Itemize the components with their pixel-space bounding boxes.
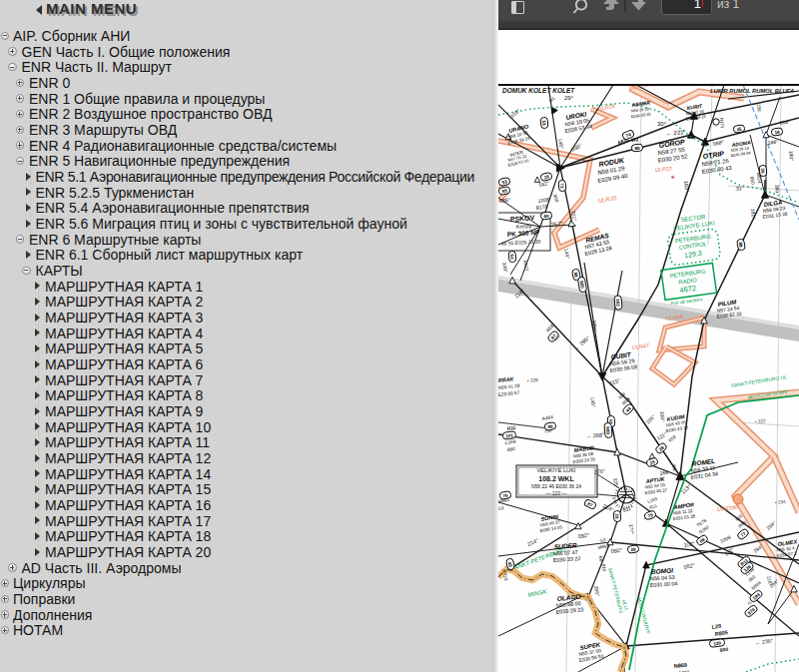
svg-text:36: 36 [760,168,765,174]
svg-text:360: 360 [774,185,781,194]
svg-text:80: 80 [634,146,640,152]
svg-text:— 120 —: — 120 — [545,490,566,496]
svg-text:28: 28 [614,513,619,519]
svg-text:900: 900 [719,646,728,653]
svg-text:100°: 100° [659,411,666,422]
svg-text:092°: 092° [577,532,589,539]
svg-text:086°: 086° [499,197,511,204]
svg-text:N56 22 46 E030 36 24: N56 22 46 E030 36 24 [531,483,581,489]
svg-text:64: 64 [509,254,514,260]
svg-text:✻: ✻ [671,175,675,180]
svg-text:183°: 183° [683,180,690,192]
svg-text:ULP22: ULP22 [655,166,672,173]
svg-text:900: 900 [605,426,611,435]
svg-text:18: 18 [541,120,546,126]
svg-text:31°: 31° [735,185,744,192]
svg-text:092°: 092° [610,547,622,554]
svg-text:177°: 177° [628,524,635,535]
svg-text:325°: 325° [591,321,598,332]
svg-text:268: 268 [659,469,668,476]
svg-text:DOMUK KOLET KOLET: DOMUK KOLET KOLET [502,87,575,94]
svg-text:180°: 180° [788,151,795,162]
svg-text:302: 302 [615,299,621,308]
svg-text:LUKIR RUMOL RUMOL BLUFA: LUKIR RUMOL RUMOL BLUFA [710,88,794,94]
svg-text:108.2 WKL: 108.2 WKL [538,475,574,482]
svg-text:B8: B8 [598,556,603,562]
svg-text:29°: 29° [564,95,574,101]
svg-text:VELIKIYE LUKI: VELIKIYE LUKI [537,467,576,473]
svg-text:181°: 181° [750,209,757,220]
svg-text:72: 72 [559,183,564,189]
svg-text:810: 810 [601,564,607,572]
svg-text:158: 158 [756,104,762,113]
svg-text:30°: 30° [657,121,667,127]
